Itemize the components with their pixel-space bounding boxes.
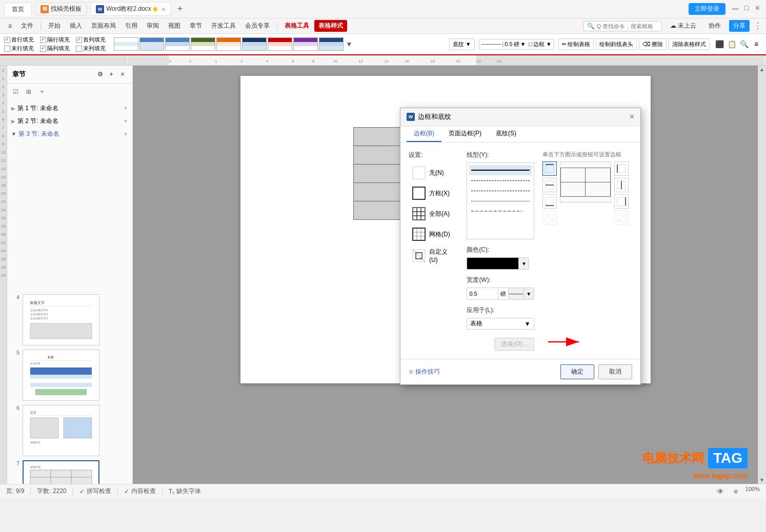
preview-icon-left-border[interactable]: [614, 161, 629, 176]
right-scrollbar[interactable]: ▲ ▼: [758, 66, 766, 484]
search-input[interactable]: [597, 23, 658, 29]
menu-table-tool[interactable]: 表格工具: [280, 20, 313, 32]
dialog-tab-page-border[interactable]: 页面边框(P): [441, 126, 489, 142]
style-swatch-1[interactable]: [114, 37, 138, 51]
preview-icon-v-mid-border[interactable]: [614, 178, 629, 192]
menu-insert[interactable]: 插入: [66, 20, 86, 32]
tab-template[interactable]: 稿 找稿壳模板: [35, 2, 87, 16]
draw-border-btn[interactable]: 绘制斜线表头: [596, 38, 637, 50]
preview-icon-right-border[interactable]: [614, 194, 629, 209]
sidebar-checkbox-icon[interactable]: ☑: [9, 86, 22, 98]
close-doc-tab[interactable]: ×: [162, 5, 166, 13]
tab-home[interactable]: 首页: [4, 3, 32, 16]
cb-alt-row[interactable]: 隔行填充: [40, 36, 70, 44]
status-eye-icon[interactable]: 👁: [715, 486, 726, 497]
style-swatch-7[interactable]: [268, 37, 292, 51]
chapter-2-menu[interactable]: ▼: [123, 118, 128, 124]
menu-table-style[interactable]: 表格样式: [314, 20, 347, 32]
sidebar-grid-icon[interactable]: ⊞: [23, 86, 35, 98]
setting-box[interactable]: 方框(X): [409, 184, 458, 202]
status-layout-icon[interactable]: ≡: [730, 486, 741, 497]
preview-icon-h-mid-border[interactable]: [542, 178, 557, 192]
thumb-7-img[interactable]: 表格示例: [23, 460, 99, 484]
style-swatch-5[interactable]: [216, 37, 241, 51]
style-swatch-3[interactable]: [165, 37, 190, 51]
line-types-list[interactable]: [467, 162, 534, 239]
style-swatch-8[interactable]: [293, 37, 318, 51]
cb-first-row[interactable]: 首行填充: [4, 36, 34, 44]
line-dashed-2[interactable]: [469, 186, 531, 196]
width-slider-area[interactable]: ────: [508, 288, 523, 299]
more-btn[interactable]: ⋮: [754, 21, 762, 31]
style-swatch-4[interactable]: [191, 37, 215, 51]
chapter-1[interactable]: ▶ 第 1 节: 未命名 ▼: [7, 102, 132, 115]
dialog-tab-border[interactable]: 边框(B): [407, 126, 441, 142]
preview-icon-diag2-border[interactable]: [614, 211, 629, 225]
color-dropdown-btn[interactable]: ▼: [518, 258, 529, 269]
menu-review[interactable]: 审阅: [143, 20, 163, 32]
tool-icon-4[interactable]: ≡: [751, 38, 762, 50]
collab-btn[interactable]: 协作: [704, 20, 725, 32]
menu-ref[interactable]: 引用: [121, 20, 142, 32]
cb-first-row-fill[interactable]: 首列填充: [76, 36, 106, 44]
thumb-5-img[interactable]: 标题 正文内容: [23, 350, 99, 401]
preview-icon-bottom-border[interactable]: [542, 194, 557, 209]
clear-style-btn[interactable]: 清除表格样式: [669, 38, 710, 50]
menu-vip[interactable]: 会员专享: [241, 20, 274, 32]
line-dot-dash[interactable]: [469, 206, 531, 216]
maximize-icon[interactable]: □: [744, 4, 749, 14]
dialog-close-btn[interactable]: ×: [630, 112, 634, 121]
menu-hamburger[interactable]: ≡: [4, 21, 16, 31]
width-stepper-btn[interactable]: ▼: [523, 288, 534, 299]
status-content[interactable]: ✓ 内容检查: [124, 487, 156, 496]
minimize-icon[interactable]: ─: [732, 4, 738, 14]
setting-all[interactable]: 全部(A): [409, 204, 458, 223]
menu-start[interactable]: 开始: [44, 20, 65, 32]
cloud-btn[interactable]: ☁ 未上云: [666, 20, 700, 32]
chapter-1-menu[interactable]: ▼: [123, 106, 128, 111]
chapter-3-menu[interactable]: ▼: [123, 131, 128, 137]
width-value[interactable]: 0.5: [467, 288, 498, 299]
dialog-border-shading[interactable]: W 边框和底纹 × 边框(B) 页面边框(P) 底纹(S) 设置:: [400, 108, 641, 385]
tool-icon-3[interactable]: 🔍: [738, 38, 750, 50]
tool-icon-1[interactable]: ⬛: [714, 38, 725, 50]
sidebar-close-icon[interactable]: ×: [118, 70, 127, 79]
style-swatch-2[interactable]: [139, 37, 164, 51]
close-icon[interactable]: ×: [755, 4, 760, 14]
chapter-3[interactable]: ▼ 第 3 节: 未命名 ▼: [7, 128, 132, 140]
preview-icon-top-border[interactable]: [542, 161, 557, 176]
texture-btn[interactable]: 底纹 ▼: [449, 38, 475, 50]
tool-icon-2[interactable]: 📋: [726, 38, 737, 50]
line-solid[interactable]: [469, 165, 531, 175]
sidebar-plus-nav-icon[interactable]: +: [36, 86, 48, 98]
search-bar[interactable]: 🔍: [583, 21, 662, 31]
status-spell[interactable]: ✓ 拼写检查: [79, 487, 111, 496]
status-font[interactable]: Tᵧ 缺失字体: [169, 487, 201, 496]
add-tab-btn[interactable]: +: [174, 4, 186, 14]
thumb-6-img[interactable]: 正文 说明文字: [23, 405, 99, 456]
style-swatch-9[interactable]: [319, 37, 344, 51]
cb-alt-col[interactable]: 隔列填充: [40, 45, 70, 52]
thumb-4-img[interactable]: 标题文字 正文内容文字行 正文内容文字行 正文内容文字行: [23, 294, 99, 345]
scroll-down-icon[interactable]: ▼: [759, 477, 764, 483]
scroll-up-icon[interactable]: ▲: [759, 67, 764, 72]
width-input[interactable]: 0.5 磅 ──── ▼: [467, 288, 534, 300]
sidebar-settings-icon[interactable]: ⚙: [95, 70, 105, 79]
options-button[interactable]: 选项(O)...: [494, 338, 534, 351]
line-dashed-3[interactable]: [469, 196, 531, 206]
cb-last-row[interactable]: 末行填充: [4, 45, 34, 52]
menu-dev[interactable]: 开发工具: [207, 20, 240, 32]
setting-custom[interactable]: 自定义(U): [409, 245, 458, 265]
chapter-2[interactable]: ▶ 第 2 节: 未命名 ▼: [7, 115, 132, 128]
setting-none[interactable]: 无(N): [409, 163, 458, 182]
cancel-button[interactable]: 取消: [598, 364, 632, 379]
color-picker[interactable]: ▼: [467, 257, 529, 270]
preview-icon-diag-border[interactable]: [542, 211, 557, 225]
dialog-tab-shading[interactable]: 底纹(S): [489, 126, 523, 142]
menu-view[interactable]: 视图: [164, 20, 185, 32]
share-btn[interactable]: 分享: [729, 20, 750, 32]
style-swatch-6[interactable]: [242, 37, 267, 51]
line-dashed-1[interactable]: [469, 175, 531, 186]
sidebar-add-icon[interactable]: +: [107, 70, 116, 79]
erase-btn[interactable]: ⌫ 擦除: [639, 38, 667, 50]
